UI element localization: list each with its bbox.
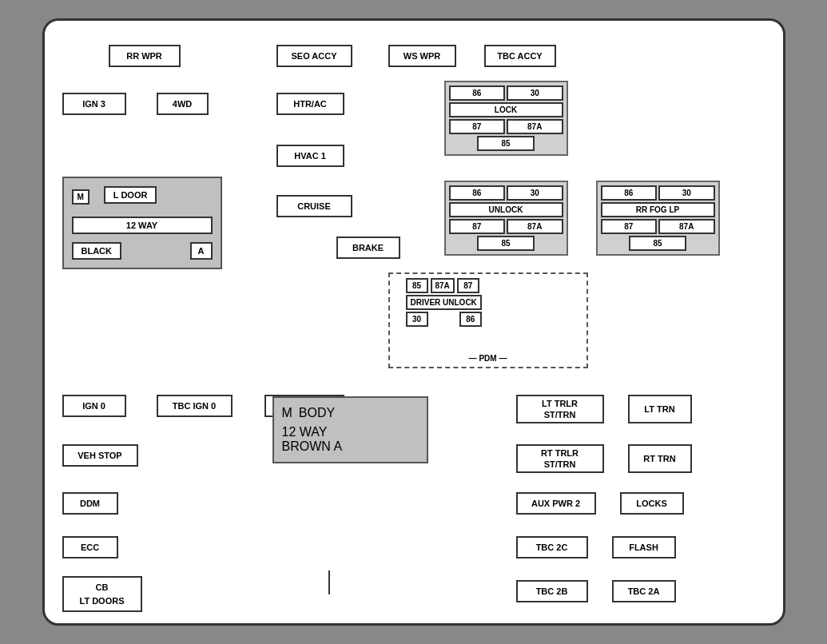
body-brown: BROWN: [282, 439, 331, 453]
pdm-group: 85 87A 87 DRIVER UNLOCK 30 86 — PDM —: [388, 272, 588, 368]
body-a: A: [333, 439, 342, 453]
body-label: BODY: [299, 406, 335, 420]
brake-box: BRAKE: [336, 237, 400, 259]
4wd-box: 4WD: [157, 93, 209, 115]
lock-85: 85: [477, 136, 535, 151]
fog-86: 86: [601, 185, 658, 201]
lock-30: 30: [507, 85, 563, 101]
ddm-box: DDM: [62, 492, 118, 515]
left-connector-group: M L DOOR 12 WAY BLACK A: [62, 177, 222, 269]
fog-30: 30: [658, 185, 715, 201]
tbc-ign0-box: TBC IGN 0: [157, 395, 233, 417]
du-30: 30: [406, 312, 428, 327]
connector-line-bot: [328, 570, 330, 594]
lt-trn-box: LT TRN: [628, 395, 692, 423]
unlock-87: 87: [449, 219, 506, 234]
lock-87a: 87A: [507, 119, 563, 134]
ign3-box: IGN 3: [62, 93, 126, 115]
tbc2b-box: TBC 2B: [516, 580, 588, 602]
ign0-box: IGN 0: [62, 395, 126, 417]
lock-87: 87: [449, 119, 506, 134]
du-85: 85: [406, 278, 428, 293]
body-m-box: M: [282, 406, 292, 420]
seo-accy-box: SEO ACCY: [276, 45, 352, 67]
cb-lt-doors-box: CB LT DOORS: [62, 576, 142, 612]
ldoor-12way: 12 WAY: [72, 217, 213, 234]
cruise-box: CRUISE: [276, 195, 352, 217]
fog-87: 87: [601, 219, 658, 234]
fog-87a: 87A: [658, 219, 715, 234]
ldoor-black: BLACK: [72, 242, 122, 260]
du-86: 86: [459, 312, 482, 327]
unlock-label: UNLOCK: [449, 202, 563, 217]
veh-stop-box: VEH STOP: [62, 444, 138, 467]
rt-trlr-box: RT TRLR ST/TRN: [516, 444, 604, 473]
du-label: DRIVER UNLOCK: [406, 295, 482, 310]
ldoor-a: A: [190, 242, 213, 260]
unlock-85: 85: [477, 236, 535, 251]
hvac1-box: HVAC 1: [276, 145, 344, 167]
fuse-diagram: RR WPR SEO ACCY WS WPR TBC ACCY IGN 3 4W…: [42, 18, 785, 626]
lt-trlr-box: LT TRLR ST/TRN: [516, 395, 604, 423]
rr-fog-relay-group: 86 30 RR FOG LP 87 87A 85: [596, 181, 720, 256]
body-12way: 12 WAY: [282, 425, 419, 439]
ldoor-m-box: M: [72, 189, 89, 205]
tbc-accy-box: TBC ACCY: [484, 45, 556, 67]
tbc2c-box: TBC 2C: [516, 536, 588, 559]
aux-pwr2-box: AUX PWR 2: [516, 492, 596, 515]
driver-unlock-relay: 85 87A 87 DRIVER UNLOCK 30 86: [406, 278, 482, 327]
rr-wpr-box: RR WPR: [109, 45, 181, 67]
tbc2a-box: TBC 2A: [612, 580, 676, 602]
unlock-86: 86: [449, 185, 506, 201]
fog-85: 85: [629, 236, 686, 251]
body-connector-group: M BODY 12 WAY BROWN A: [272, 396, 428, 463]
pdm-label: — PDM —: [469, 354, 507, 363]
fog-label: RR FOG LP: [601, 202, 715, 217]
ldoor-label: L DOOR: [104, 186, 157, 204]
rt-trn-box: RT TRN: [628, 444, 692, 473]
lock-label: LOCK: [449, 102, 563, 117]
du-87a: 87A: [431, 278, 455, 293]
ecc-box: ECC: [62, 536, 118, 559]
unlock-87a: 87A: [507, 219, 563, 234]
htr-ac-box: HTR/AC: [276, 93, 344, 115]
locks-box: LOCKS: [620, 492, 684, 515]
unlock-relay-group: 86 30 UNLOCK 87 87A 85: [444, 181, 568, 256]
du-87: 87: [457, 278, 479, 293]
unlock-30: 30: [507, 185, 563, 201]
flash-box: FLASH: [612, 536, 676, 559]
lock-relay-group: 86 30 LOCK 87 87A 85: [444, 81, 568, 156]
ws-wpr-box: WS WPR: [388, 45, 456, 67]
lock-86: 86: [449, 85, 506, 101]
